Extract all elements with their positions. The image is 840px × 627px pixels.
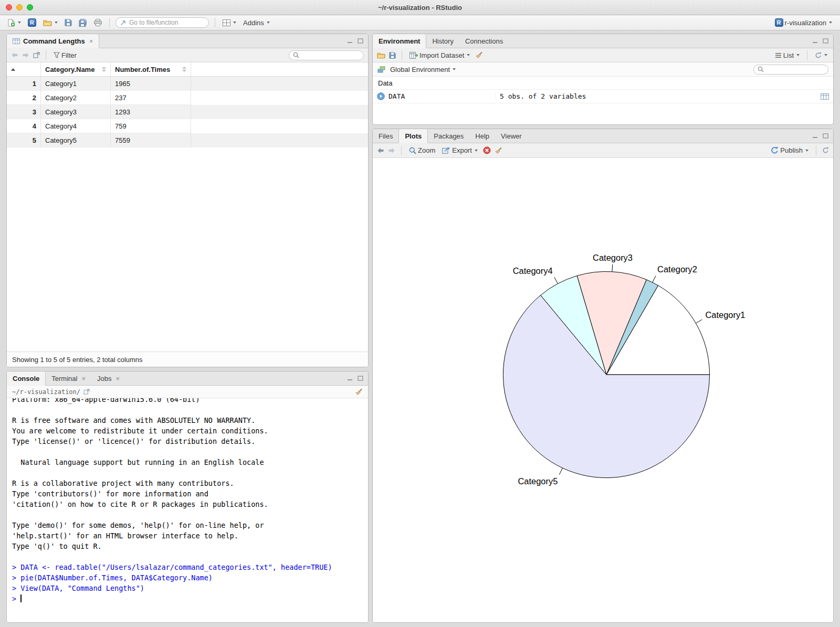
environment-object-row[interactable]: DATA 5 obs. of 2 variables <box>373 89 833 103</box>
new-project-button[interactable]: R <box>26 17 38 28</box>
close-tab-icon[interactable]: × <box>89 37 93 45</box>
table-header-row: Category.Name Number.of.Times <box>7 62 368 77</box>
workspace: Command Lengths × <box>0 30 840 627</box>
project-menu-button[interactable]: R r-visualization <box>773 17 834 28</box>
tab-console[interactable]: Console <box>7 371 46 386</box>
table-row[interactable]: 3Category31293 <box>7 105 368 119</box>
toolbar-separator <box>215 18 215 27</box>
text-cursor <box>20 594 22 602</box>
environment-search-input[interactable] <box>766 66 824 73</box>
clear-all-plots-broom-icon[interactable] <box>495 147 502 154</box>
close-tab-icon[interactable]: × <box>81 375 86 382</box>
environment-pane: Environment History Connections <box>372 34 834 125</box>
open-file-button[interactable] <box>41 18 59 27</box>
tab-files[interactable]: Files <box>373 129 398 143</box>
rstudio-window: ~/r-visualization - RStudio R <box>0 0 840 627</box>
tab-packages[interactable]: Packages <box>428 129 469 143</box>
expand-object-icon[interactable] <box>377 92 385 100</box>
open-workspace-icon[interactable] <box>377 52 385 59</box>
zoom-label: Zoom <box>418 146 435 154</box>
close-window-button[interactable] <box>6 4 12 10</box>
list-view-button[interactable]: List <box>773 50 801 60</box>
r-project-icon: R <box>775 18 783 27</box>
clear-environment-broom-icon[interactable] <box>475 51 483 59</box>
tab-connections[interactable]: Connections <box>459 34 509 48</box>
save-all-button[interactable] <box>77 18 89 28</box>
tab-history[interactable]: History <box>426 34 459 48</box>
addins-button[interactable]: Addins <box>242 18 271 28</box>
maximize-pane-icon[interactable] <box>823 38 828 44</box>
environment-toolbar: Import Dataset List <box>373 48 833 62</box>
publish-icon <box>771 146 779 154</box>
pie-chart: Category1Category2Category3Category4Cate… <box>373 158 833 622</box>
publish-plot-button[interactable]: Publish <box>769 145 810 155</box>
filter-funnel-icon <box>54 52 60 58</box>
minimize-pane-icon[interactable] <box>347 376 353 381</box>
minimize-pane-icon[interactable] <box>812 38 818 44</box>
console-pane: Console Terminal × Jobs × <box>6 371 369 623</box>
export-plot-button[interactable]: Export <box>440 145 479 155</box>
tab-terminal[interactable]: Terminal × <box>46 371 91 385</box>
maximize-pane-icon[interactable] <box>358 376 363 381</box>
chevron-down-icon <box>467 54 470 56</box>
environment-search-box[interactable] <box>753 65 828 75</box>
tab-command-lengths[interactable]: Command Lengths × <box>7 34 99 48</box>
table-row[interactable]: 1Category11965 <box>7 77 368 91</box>
refresh-plot-icon[interactable] <box>822 147 829 154</box>
popout-icon[interactable] <box>33 52 40 58</box>
remove-plot-icon[interactable] <box>483 146 491 154</box>
main-toolbar: R <box>0 15 840 30</box>
console-output-line: 'citation()' on how to cite R or R packa… <box>12 499 363 509</box>
column-header-category-name[interactable]: Category.Name <box>41 62 111 76</box>
forward-icon[interactable] <box>22 52 29 58</box>
import-dataset-button[interactable]: Import Dataset <box>408 50 471 60</box>
view-data-grid-icon[interactable] <box>821 93 829 100</box>
chevron-down-icon <box>55 22 58 24</box>
table-body: 1Category119652Category22373Category3129… <box>7 77 368 147</box>
maximize-pane-icon[interactable] <box>358 38 363 44</box>
maximize-pane-icon[interactable] <box>823 133 828 139</box>
tab-plots[interactable]: Plots <box>398 129 428 143</box>
right-column: Environment History Connections <box>372 34 834 623</box>
table-search-input[interactable] <box>302 51 360 59</box>
clear-console-broom-icon[interactable] <box>355 388 363 396</box>
zoom-plot-button[interactable]: Zoom <box>407 145 437 155</box>
goto-file-function-box[interactable] <box>116 17 209 28</box>
console-text: Platform: x86_64-apple-darwin15.6.0 (64-… <box>12 398 363 604</box>
previous-plot-icon[interactable] <box>377 147 384 154</box>
environment-scope-selector[interactable]: Global Environment <box>388 65 457 75</box>
close-tab-icon[interactable]: × <box>116 375 120 382</box>
list-view-label: List <box>783 51 794 59</box>
table-row[interactable]: 2Category2237 <box>7 91 368 105</box>
tab-jobs[interactable]: Jobs × <box>91 371 125 385</box>
fullscreen-window-button[interactable] <box>27 4 33 10</box>
table-search-box[interactable] <box>289 50 364 60</box>
goto-file-function-input[interactable] <box>129 19 204 26</box>
refresh-environment-button[interactable] <box>813 51 829 60</box>
popout-icon[interactable] <box>83 389 90 395</box>
pane-window-buttons <box>812 129 833 143</box>
print-button[interactable] <box>92 18 103 27</box>
category-name-cell: Category3 <box>41 105 111 119</box>
pane-layout-button[interactable] <box>221 18 238 27</box>
minimize-pane-icon[interactable] <box>812 133 818 139</box>
tab-help[interactable]: Help <box>469 129 495 143</box>
filter-button[interactable]: Filter <box>52 50 78 60</box>
save-button[interactable] <box>63 18 74 27</box>
tab-viewer[interactable]: Viewer <box>495 129 528 143</box>
left-column: Command Lengths × <box>6 34 369 623</box>
print-icon <box>94 19 102 26</box>
minimize-window-button[interactable] <box>16 4 23 10</box>
console-output[interactable]: Platform: x86_64-apple-darwin15.6.0 (64-… <box>7 398 368 622</box>
minimize-pane-icon[interactable] <box>347 38 353 44</box>
tab-environment[interactable]: Environment <box>373 34 426 48</box>
table-row[interactable]: 4Category4759 <box>7 119 368 133</box>
back-icon[interactable] <box>11 52 18 58</box>
next-plot-icon[interactable] <box>388 147 395 154</box>
table-row[interactable]: 5Category57559 <box>7 133 368 147</box>
row-number-header[interactable] <box>7 62 41 76</box>
save-workspace-icon[interactable] <box>389 52 396 59</box>
column-header-number-of-times[interactable]: Number.of.Times <box>111 62 191 76</box>
row-number-cell: 3 <box>7 105 41 119</box>
new-file-button[interactable] <box>6 18 23 28</box>
